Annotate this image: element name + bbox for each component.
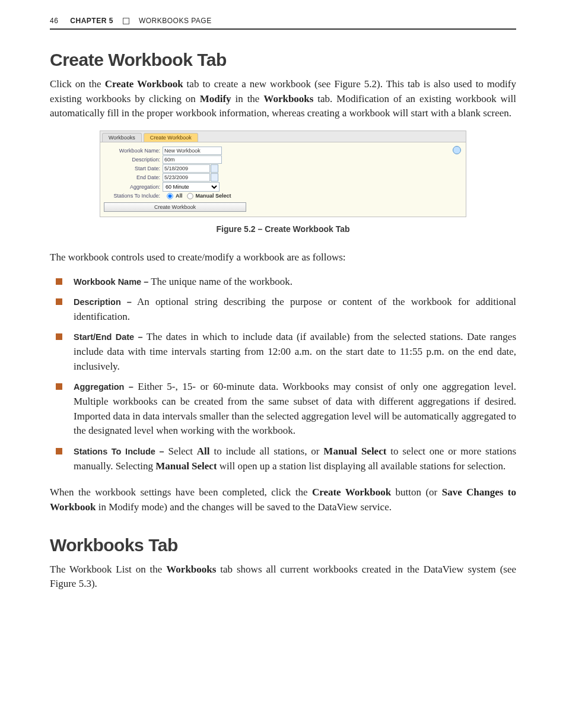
page: 46 CHAPTER 5 WORKBOOKS PAGE Create Workb… xyxy=(0,0,566,728)
intro-paragraph: Click on the Create Workbook tab to crea… xyxy=(50,77,516,121)
page-number: 46 xyxy=(50,17,58,25)
list-term: Workbook Name – xyxy=(74,277,148,287)
start-date-field[interactable] xyxy=(163,164,210,173)
text: Click on the xyxy=(50,78,105,90)
chapter-label: CHAPTER 5 xyxy=(70,17,113,25)
help-icon[interactable] xyxy=(453,146,461,154)
list-term: Aggregation – xyxy=(74,382,133,392)
radio-label-manual: Manual Select xyxy=(196,193,231,199)
calendar-icon[interactable] xyxy=(211,173,218,182)
text: to include all stations, or xyxy=(210,446,324,457)
tab-create-workbook[interactable]: Create Workbook xyxy=(144,133,198,142)
text: in the xyxy=(231,93,264,104)
label-start: Start Date: xyxy=(104,166,163,171)
section-heading-create: Create Workbook Tab xyxy=(50,50,516,70)
chapter-subtitle: WORKBOOKS PAGE xyxy=(139,17,212,25)
text: When the workbook settings have been com… xyxy=(50,487,312,498)
row-agg: Aggregation: 60 Minute xyxy=(104,182,462,192)
row-end: End Date: xyxy=(104,173,462,182)
create-workbook-button[interactable]: Create Workbook xyxy=(104,202,246,212)
calendar-icon[interactable] xyxy=(211,164,218,173)
figure-5-2: Workbooks Create Workbook Workbook Name:… xyxy=(50,131,516,248)
tab-bar: Workbooks Create Workbook xyxy=(100,131,466,142)
list-item: Workbook Name – The unique name of the w… xyxy=(56,275,516,290)
controls-intro: The workbook controls used to create/mod… xyxy=(50,250,516,265)
list-body: Either 5-, 15- or 60-minute data. Workbo… xyxy=(74,381,516,436)
square-icon xyxy=(123,18,129,24)
workbooks-tab-paragraph: The Workbook List on the Workbooks tab s… xyxy=(50,562,516,592)
description-field[interactable] xyxy=(163,155,222,164)
text-bold: Create Workbook xyxy=(312,487,391,498)
form-panel: Workbook Name: Description: Start Date: … xyxy=(100,142,466,217)
figure-caption: Figure 5.2 – Create Workbook Tab xyxy=(216,224,349,234)
list-item: Stations To Include – Select All to incl… xyxy=(56,444,516,473)
list-item: Start/End Date – The dates in which to i… xyxy=(56,330,516,374)
text: button (or xyxy=(391,487,441,498)
text-bold: Workbooks xyxy=(263,93,313,104)
end-date-field[interactable] xyxy=(163,173,210,182)
list-item: Description – An optional string describ… xyxy=(56,295,516,324)
label-agg: Aggregation: xyxy=(104,184,163,190)
text-bold: Workbooks xyxy=(166,564,216,575)
tab-workbooks[interactable]: Workbooks xyxy=(102,133,142,142)
stations-all-radio[interactable] xyxy=(167,193,173,199)
text-bold: All xyxy=(197,446,210,457)
row-desc: Description: xyxy=(104,155,462,164)
label-end: End Date: xyxy=(104,174,163,180)
running-header: 46 CHAPTER 5 WORKBOOKS PAGE xyxy=(50,17,516,30)
controls-list: Workbook Name – The unique name of the w… xyxy=(50,275,516,474)
section-heading-workbooks: Workbooks Tab xyxy=(50,535,516,555)
workbook-name-field[interactable] xyxy=(163,147,222,155)
list-body: An optional string describing the purpos… xyxy=(74,296,516,322)
text-bold: Create Workbook xyxy=(105,78,183,90)
label-name: Workbook Name: xyxy=(104,148,163,154)
list-term: Description – xyxy=(74,297,132,307)
text: in Modify mode) and the changes will be … xyxy=(96,501,391,513)
row-name: Workbook Name: xyxy=(104,147,462,155)
row-start: Start Date: xyxy=(104,164,462,173)
text: Select xyxy=(164,446,197,457)
text: The Workbook List on the xyxy=(50,564,166,575)
closing-paragraph: When the workbook settings have been com… xyxy=(50,485,516,514)
radio-label-all: All xyxy=(176,193,183,199)
row-stations: Stations To Include: All Manual Select xyxy=(104,192,462,200)
list-item: Aggregation – Either 5-, 15- or 60-minut… xyxy=(56,380,516,438)
text: will open up a station list displaying a… xyxy=(217,460,506,472)
text-bold: Manual Select xyxy=(323,446,386,457)
label-desc: Description: xyxy=(104,157,163,163)
text-bold: Modify xyxy=(200,93,231,104)
list-term: Stations To Include – xyxy=(74,447,164,456)
aggregation-select[interactable]: 60 Minute xyxy=(163,182,220,192)
list-body: The unique name of the workbook. xyxy=(148,276,292,287)
stations-manual-radio[interactable] xyxy=(187,193,193,199)
label-stations: Stations To Include: xyxy=(104,193,163,199)
list-term: Start/End Date – xyxy=(74,332,143,342)
text-bold: Manual Select xyxy=(155,460,217,472)
create-workbook-screenshot: Workbooks Create Workbook Workbook Name:… xyxy=(100,131,466,217)
